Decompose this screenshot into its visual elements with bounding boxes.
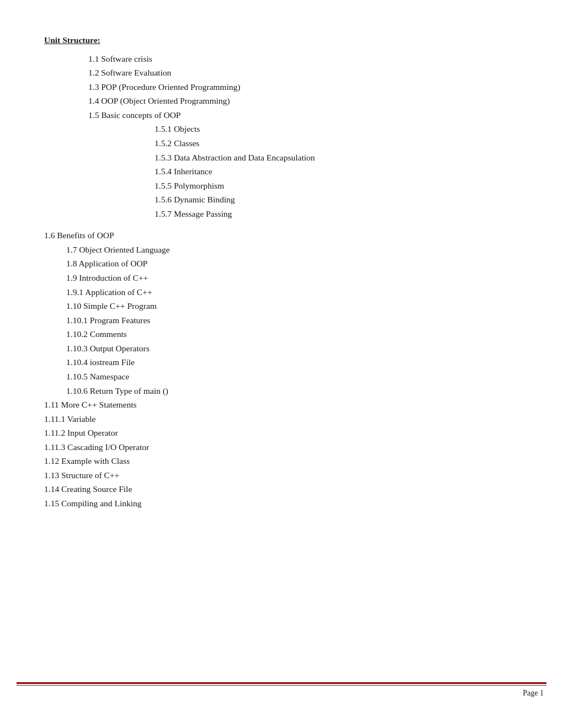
page: Unit Structure: 1.1 Software crisis1.2 S…	[0, 0, 563, 728]
unit-structure-title: Unit Structure:	[44, 33, 519, 47]
list-item: 1.10.1 Program Features	[44, 313, 519, 328]
list-item: 1.1 Software crisis	[44, 52, 519, 66]
list-item: 1.11.2 Input Operator	[44, 426, 519, 440]
list-item: 1.14 Creating Source File	[44, 482, 519, 496]
list-item: 1.10.3 Output Operators	[44, 341, 519, 356]
list-item: 1.10.5 Namespace	[44, 370, 519, 384]
list-item: 1.6 Benefits of OOP	[44, 228, 519, 243]
list-item: 1.10 Simple C++ Program	[44, 299, 519, 313]
list-item: 1.7 Object Oriented Language	[44, 243, 519, 257]
list-item: 1.5.6 Dynamic Binding	[44, 192, 519, 207]
items-container: 1.1 Software crisis1.2 Software Evaluati…	[44, 52, 519, 511]
bottom-line-red	[17, 682, 546, 684]
list-item: 1.15 Compiling and Linking	[44, 496, 519, 511]
list-item: 1.13 Structure of C++	[44, 468, 519, 483]
list-item: 1.5.4 Inheritance	[44, 164, 519, 179]
list-item: 1.5 Basic concepts of OOP	[44, 108, 519, 122]
page-number: Page 1	[0, 686, 563, 698]
list-item: 1.11.1 Variable	[44, 412, 519, 426]
list-item: 1.11.3 Cascading I/O Operator	[44, 440, 519, 454]
list-item: 1.12 Example with Class	[44, 454, 519, 468]
list-item: 1.10.4 iostream File	[44, 355, 519, 370]
list-item: 1.2 Software Evaluation	[44, 66, 519, 80]
list-item: 1.5.5 Polymorphism	[44, 179, 519, 193]
list-item: 1.5.1 Objects	[44, 122, 519, 136]
list-item: 1.8 Application of OOP	[44, 256, 519, 271]
list-item: 1.4 OOP (Object Oriented Programming)	[44, 94, 519, 108]
list-item: 1.10.6 Return Type of main ()	[44, 384, 519, 398]
content-area: Unit Structure: 1.1 Software crisis1.2 S…	[44, 33, 519, 511]
list-item: 1.10.2 Comments	[44, 327, 519, 341]
list-item: 1.9.1 Application of C++	[44, 285, 519, 299]
list-item: 1.5.7 Message Passing	[44, 207, 519, 221]
list-item: 1.5.3 Data Abstraction and Data Encapsul…	[44, 151, 519, 165]
spacer	[44, 221, 519, 228]
list-item: 1.3 POP (Procedure Oriented Programming)	[44, 80, 519, 94]
list-item: 1.11 More C++ Statements	[44, 398, 519, 412]
list-item: 1.5.2 Classes	[44, 136, 519, 151]
bottom-bar: Page 1	[0, 682, 563, 698]
list-item: 1.9 Introduction of C++	[44, 271, 519, 285]
